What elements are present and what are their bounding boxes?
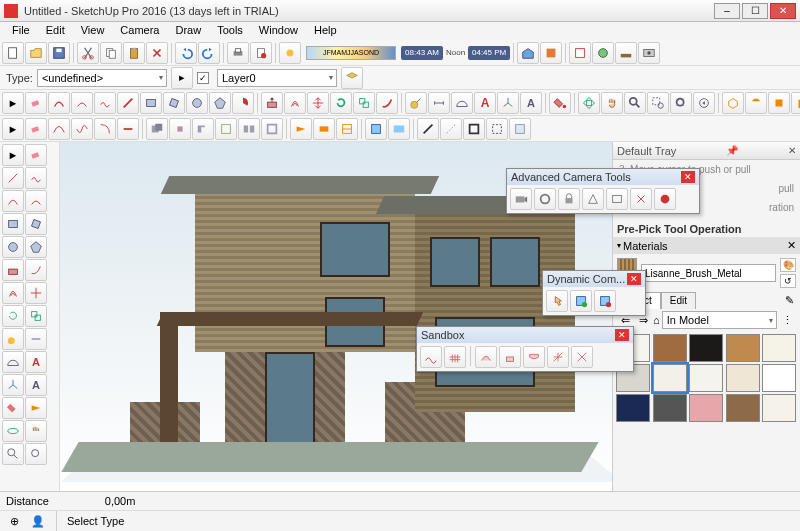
lt-rectangle-icon[interactable] bbox=[2, 213, 24, 235]
hidden-geometry-icon[interactable] bbox=[486, 118, 508, 140]
add-location-icon[interactable] bbox=[592, 42, 614, 64]
lt-select-icon[interactable]: ► bbox=[2, 144, 24, 166]
zoom-window-icon[interactable] bbox=[647, 92, 669, 114]
maximize-button[interactable]: ☐ bbox=[742, 3, 768, 19]
eyedropper-icon[interactable]: ✎ bbox=[781, 292, 798, 309]
pushpull-icon[interactable] bbox=[261, 92, 283, 114]
panel-close-icon[interactable]: ✕ bbox=[627, 273, 641, 285]
lt-polygon-icon[interactable] bbox=[25, 236, 47, 258]
copy-icon[interactable] bbox=[100, 42, 122, 64]
protractor-icon[interactable] bbox=[451, 92, 473, 114]
swatch-11[interactable] bbox=[653, 394, 687, 422]
lt-dim-icon[interactable] bbox=[25, 328, 47, 350]
warehouse-icon[interactable] bbox=[517, 42, 539, 64]
previous-view-icon[interactable] bbox=[693, 92, 715, 114]
solid-trim-icon[interactable] bbox=[215, 118, 237, 140]
shadow-time-end[interactable]: 04:45 PM bbox=[468, 46, 510, 60]
default-material-icon[interactable]: ↺ bbox=[780, 274, 796, 288]
section-cut-icon[interactable] bbox=[336, 118, 358, 140]
select-icon[interactable]: ► bbox=[2, 92, 24, 114]
advanced-camera-tools-panel[interactable]: Advanced Camera Tools✕ bbox=[506, 168, 700, 214]
curve-a-icon[interactable] bbox=[48, 118, 70, 140]
edge-style-icon[interactable] bbox=[417, 118, 439, 140]
dimension-icon[interactable] bbox=[428, 92, 450, 114]
menu-edit[interactable]: Edit bbox=[38, 22, 73, 40]
layer-dropdown[interactable]: Layer0 bbox=[217, 69, 337, 87]
solid-intersect-icon[interactable] bbox=[169, 118, 191, 140]
lt-tape-icon[interactable] bbox=[2, 328, 24, 350]
zoom-icon[interactable] bbox=[624, 92, 646, 114]
redo-icon[interactable] bbox=[198, 42, 220, 64]
lt-3dtext-icon[interactable]: A bbox=[25, 374, 47, 396]
swatch-3[interactable] bbox=[726, 334, 760, 362]
layout-icon[interactable] bbox=[569, 42, 591, 64]
paint-bucket-icon[interactable] bbox=[549, 92, 571, 114]
lt-text-icon[interactable]: A bbox=[25, 351, 47, 373]
model-info-icon[interactable] bbox=[250, 42, 272, 64]
sandbox-flipedge-icon[interactable] bbox=[571, 346, 593, 368]
pan-icon[interactable] bbox=[601, 92, 623, 114]
lt-scale-icon[interactable] bbox=[25, 305, 47, 327]
sandbox-stamp-icon[interactable] bbox=[499, 346, 521, 368]
menu-view[interactable]: View bbox=[73, 22, 113, 40]
tab-edit[interactable]: Edit bbox=[661, 292, 696, 309]
tape-measure-icon[interactable] bbox=[405, 92, 427, 114]
sandbox-drape-icon[interactable] bbox=[523, 346, 545, 368]
move-icon[interactable] bbox=[307, 92, 329, 114]
lt-rotrect-icon[interactable] bbox=[25, 213, 47, 235]
dc-interact-icon[interactable] bbox=[546, 290, 568, 312]
tray-close-icon[interactable]: ✕ bbox=[788, 145, 796, 156]
sandbox-smoove-icon[interactable] bbox=[475, 346, 497, 368]
swatch-7[interactable] bbox=[689, 364, 723, 392]
curve-b-icon[interactable] bbox=[71, 118, 93, 140]
arc-icon[interactable] bbox=[48, 92, 70, 114]
sandbox-panel[interactable]: Sandbox✕ bbox=[416, 326, 634, 372]
cam-lookthrough-icon[interactable] bbox=[534, 188, 556, 210]
delete-icon[interactable] bbox=[146, 42, 168, 64]
save-icon[interactable] bbox=[48, 42, 70, 64]
shadow-time-start[interactable]: 08:43 AM bbox=[401, 46, 443, 60]
followme-icon[interactable] bbox=[376, 92, 398, 114]
tray-pin-icon[interactable]: 📌 bbox=[726, 145, 738, 156]
lt-protractor-icon[interactable] bbox=[2, 351, 24, 373]
panel-close-icon[interactable]: ✕ bbox=[615, 329, 629, 341]
rotate-icon[interactable] bbox=[330, 92, 352, 114]
swatch-1[interactable] bbox=[653, 334, 687, 362]
scale-icon[interactable] bbox=[353, 92, 375, 114]
lt-zoomext-icon[interactable] bbox=[25, 443, 47, 465]
shadow-month-slider[interactable]: JFMAMJJASOND bbox=[306, 46, 396, 60]
open-file-icon[interactable] bbox=[25, 42, 47, 64]
cam-lock-icon[interactable] bbox=[558, 188, 580, 210]
extension-warehouse-icon[interactable] bbox=[540, 42, 562, 64]
lt-circle-icon[interactable] bbox=[2, 236, 24, 258]
dc-options-icon[interactable] bbox=[570, 290, 592, 312]
menu-file[interactable]: File bbox=[4, 22, 38, 40]
arc2-icon[interactable] bbox=[71, 92, 93, 114]
materials-header[interactable]: Materials✕ bbox=[613, 237, 800, 254]
eraser2-icon[interactable] bbox=[25, 118, 47, 140]
cam-reset-icon[interactable] bbox=[654, 188, 676, 210]
paste-icon[interactable] bbox=[123, 42, 145, 64]
section-display-icon[interactable] bbox=[313, 118, 335, 140]
type-apply-icon[interactable]: ▸ bbox=[171, 67, 193, 89]
zoom-extents-icon[interactable] bbox=[670, 92, 692, 114]
axes-icon[interactable] bbox=[497, 92, 519, 114]
section-plane-icon[interactable] bbox=[290, 118, 312, 140]
close-button[interactable]: ✕ bbox=[770, 3, 796, 19]
curve-c-icon[interactable] bbox=[94, 118, 116, 140]
lt-orbit-icon[interactable] bbox=[2, 420, 24, 442]
offset-icon[interactable] bbox=[284, 92, 306, 114]
swatch-6[interactable] bbox=[653, 364, 687, 392]
solid-subtract-icon[interactable] bbox=[192, 118, 214, 140]
profiles-icon[interactable] bbox=[463, 118, 485, 140]
swatch-13[interactable] bbox=[726, 394, 760, 422]
sandbox-fromcontours-icon[interactable] bbox=[420, 346, 442, 368]
lt-followme-icon[interactable] bbox=[25, 259, 47, 281]
solid-union-icon[interactable] bbox=[146, 118, 168, 140]
swatch-12[interactable] bbox=[689, 394, 723, 422]
circle-icon[interactable] bbox=[186, 92, 208, 114]
dc-attributes-icon[interactable] bbox=[594, 290, 616, 312]
photo-textures-icon[interactable] bbox=[638, 42, 660, 64]
rotated-rect-icon[interactable] bbox=[163, 92, 185, 114]
swatch-10[interactable] bbox=[616, 394, 650, 422]
